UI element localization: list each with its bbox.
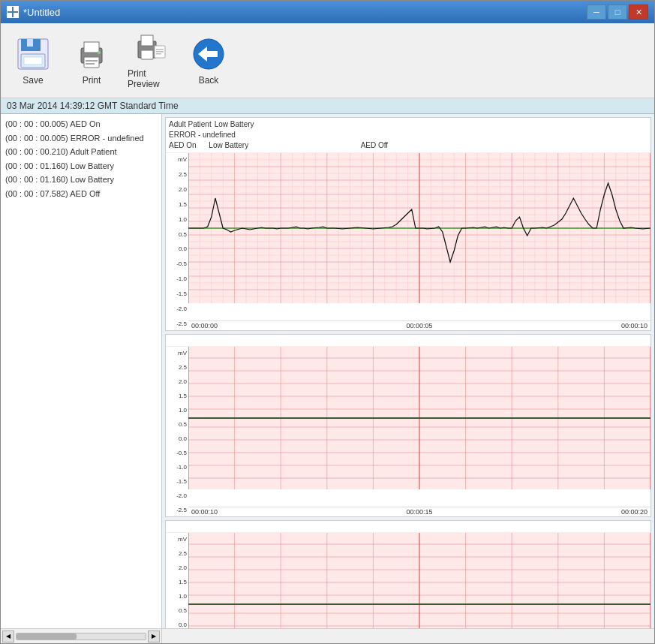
svg-rect-15 [141,35,153,46]
y-label: -1.5 [176,290,187,297]
svg-rect-10 [86,60,98,62]
chart-1-header: Adult PatientLow Battery ERROR - undefin… [166,118,650,153]
title-bar: *Untitled ─ □ ✕ [1,1,654,23]
y-label: -1.0 [176,464,187,471]
save-icon [15,36,51,72]
y-label: 1.0 [179,407,187,414]
svg-rect-8 [84,57,99,68]
back-button[interactable]: Back [182,31,235,91]
save-button[interactable]: Save [7,31,59,91]
time-label-end: 00:00:10 [621,322,647,330]
print-preview-icon [132,32,168,65]
chart-1-grid: 00:00:00 00:00:05 00:00:10 [188,153,650,330]
event-item-3: (00 : 00 : 00.210) Adult Patient [4,145,158,159]
y-label: 0.0 [179,435,187,442]
left-panel-scrollbar[interactable]: ◀ ▶ [1,629,162,643]
back-icon [191,36,227,72]
y-label: 0.5 [179,607,187,614]
print-preview-label: Print Preview [128,68,173,89]
y-label: 2.5 [179,550,187,557]
title-controls: ─ □ ✕ [587,5,648,20]
y-label: 0.0 [179,245,187,252]
chart-2: mV 2.5 2.0 1.5 1.0 0.5 0.0 -0.5 -1.0 -1.… [165,334,651,517]
chart-1-low-battery: Low Battery [215,120,254,128]
back-label: Back [199,75,219,86]
svg-rect-9 [84,42,99,53]
chart-3-header [166,521,650,533]
svg-rect-18 [156,51,164,53]
chart-1-header-line2: ERROR - undefined [169,131,236,139]
chart-1-time-labels: 00:00:00 00:00:05 00:00:10 [188,320,650,330]
time-label-mid: 00:00:05 [406,322,432,330]
print-button[interactable]: Print [65,31,118,91]
chart-3-body: mV 2.5 2.0 1.5 1.0 0.5 0.0 -0.5 -1.0 -1.… [166,533,650,628]
y-label: 0.0 [179,621,187,628]
y-label: 1.5 [179,393,187,399]
y-label: 0.5 [179,421,187,428]
svg-rect-19 [156,53,161,55]
restore-button[interactable]: □ [608,5,627,20]
y-label: -2.0 [176,492,187,499]
scroll-left-button[interactable]: ◀ [2,630,14,642]
chart-2-body: mV 2.5 2.0 1.5 1.0 0.5 0.0 -0.5 -1.0 -1.… [166,347,650,516]
event-item-5: (00 : 00 : 01.160) Low Battery [4,173,158,187]
chart-1: Adult PatientLow Battery ERROR - undefin… [165,117,651,331]
window-title: *Untitled [23,7,60,18]
y-label: 2.0 [179,186,187,193]
y-label: -1.0 [176,275,187,282]
time-label-end: 00:00:20 [621,508,647,516]
event-item-6: (00 : 00 : 07.582) AED Off [4,187,158,201]
chart-1-y-axis: mV 2.5 2.0 1.5 1.0 0.5 0.0 -0.5 -1.0 -1.… [166,153,188,330]
event-item-2: (00 : 00 : 00.005) ERROR - undefined [4,131,158,146]
chart-3-svg [188,533,650,628]
y-label: -2.5 [176,320,187,327]
chart-3-y-axis: mV 2.5 2.0 1.5 1.0 0.5 0.0 -0.5 -1.0 -1.… [166,533,188,628]
y-label: 0.5 [179,231,187,238]
main-content: (00 : 00 : 00.005) AED On (00 : 00 : 00.… [1,114,654,628]
y-label: mV [178,536,187,543]
chart-2-y-axis: mV 2.5 2.0 1.5 1.0 0.5 0.0 -0.5 -1.0 -1.… [166,347,188,516]
print-label: Print [83,75,101,86]
toolbar: Save Print [1,23,654,98]
scrollbar-thumb[interactable] [17,633,77,639]
svg-rect-111 [188,489,650,504]
chart-panel: Adult PatientLow Battery ERROR - undefin… [162,114,654,628]
chart-1-svg [188,153,650,318]
svg-rect-17 [156,49,164,50]
time-label-start: 00:00:10 [191,508,218,516]
chart-3: mV 2.5 2.0 1.5 1.0 0.5 0.0 -0.5 -1.0 -1.… [165,520,651,628]
status-bar: 03 Mar 2014 14:39:12 GMT Standard Time [1,98,654,114]
y-label: mV [178,156,187,163]
y-label: 2.0 [179,378,187,385]
title-bar-left: *Untitled [7,6,60,18]
y-label: 2.5 [179,364,187,371]
event-item-4: (00 : 00 : 01.160) Low Battery [4,159,158,173]
svg-rect-11 [86,63,95,65]
chart-2-time-labels: 00:00:10 00:00:15 00:00:20 [188,507,650,516]
y-label: mV [178,350,187,357]
print-preview-button[interactable]: Print Preview [124,31,176,91]
y-label: -2.5 [176,507,187,513]
svg-rect-14 [141,50,153,59]
y-label: -2.0 [176,305,187,312]
horizontal-scrollbar: ◀ ▶ [1,628,654,643]
chart-3-grid: 00:00:20 00:00:25 00:00:30 [188,533,650,628]
scrollbar-track [16,633,146,640]
y-label: 1.0 [179,216,187,223]
y-label: 1.5 [179,579,187,585]
scroll-right-button[interactable]: ▶ [148,630,160,642]
close-button[interactable]: ✕ [629,5,648,20]
app-icon [7,6,19,18]
y-label: -0.5 [176,260,187,267]
minimize-button[interactable]: ─ [587,5,606,20]
svg-rect-86 [188,303,650,318]
y-label: -1.5 [176,478,187,485]
chart-1-header-line1: Adult Patient [169,120,212,128]
chart-2-grid: 00:00:10 00:00:15 00:00:20 [188,347,650,516]
save-label: Save [23,75,43,86]
event-log: (00 : 00 : 00.005) AED On (00 : 00 : 00.… [1,114,162,628]
right-scrollbar-spacer [162,629,654,643]
y-label: 1.5 [179,201,187,208]
y-label: 2.5 [179,171,187,178]
chart-1-body: mV 2.5 2.0 1.5 1.0 0.5 0.0 -0.5 -1.0 -1.… [166,153,650,330]
